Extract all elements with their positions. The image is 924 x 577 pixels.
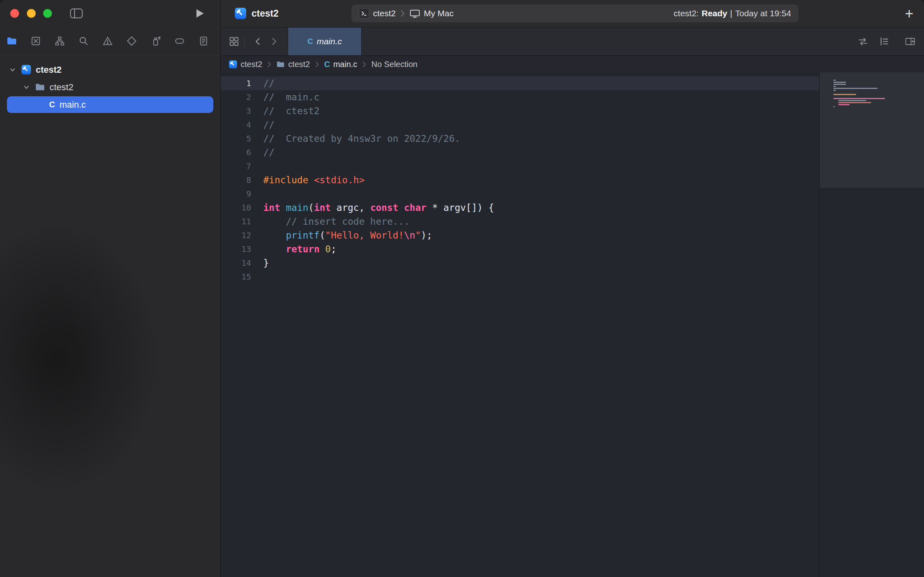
tree-row-main-c[interactable]: C main.c [7,96,213,113]
code-text: return 0; [263,242,336,256]
breadcrumb-selection[interactable]: No Selection [371,60,417,69]
forward-button[interactable] [269,28,279,55]
code-text: // main.c [263,90,319,104]
xcode-project-icon [234,7,247,20]
breadcrumb-project[interactable]: ctest2 [229,60,262,69]
scheme-destination-label[interactable]: My Mac [424,9,454,18]
project-navigator-icon[interactable] [7,36,17,46]
scheme-status-bar[interactable]: ctest2 My Mac ctest2: Ready | Today at 1… [351,4,798,22]
code-line[interactable]: 9 [221,187,819,201]
tree-item-label: ctest2 [50,82,74,93]
source-control-navigator-icon[interactable] [30,36,41,46]
code-line[interactable]: 15 [221,270,819,284]
code-text: // [263,145,275,159]
code-lines: 1//2// main.c3// ctest24//5// Created by… [221,76,819,284]
minimap-line [833,84,846,85]
status-time: Today at 19:54 [735,9,791,18]
c-file-icon: C [308,37,313,46]
report-navigator-icon[interactable] [198,36,209,46]
code-text: int main(int argc, const char * argv[]) … [263,201,494,215]
editor-tab-bar: C main.c [221,28,924,56]
breadcrumb-label: main.c [333,60,357,69]
minimap-line [833,88,878,89]
tree-row-project-ctest2[interactable]: ctest2 [0,61,220,78]
back-button[interactable] [253,28,263,55]
toolbar: ctest2 ctest2 My Mac ctest2: [221,0,924,28]
tree-row-group-ctest2[interactable]: ctest2 [0,78,220,96]
minimap-line [838,102,871,103]
main-area: ctest2 ctest2 My Mac ctest2: [221,0,924,577]
chevron-right-icon [362,61,366,68]
code-text: printf("Hello, World!\n"); [263,228,432,242]
tab-main-c[interactable]: C main.c [288,28,362,55]
disclosure-chevron-icon[interactable] [9,66,16,74]
status-separator: | [730,9,732,18]
code-line[interactable]: 8#include <stdio.h> [221,173,819,187]
status-state: Ready [702,9,727,18]
minimap-line [833,86,836,87]
editor-options-icon[interactable] [879,28,889,55]
code-line[interactable]: 11 // insert code here... [221,215,819,228]
line-number: 6 [221,145,259,159]
activity-status[interactable]: ctest2: Ready | Today at 19:54 [674,9,791,18]
code-text: } [263,256,269,270]
code-text: #include <stdio.h> [263,173,364,187]
test-navigator-icon[interactable] [126,36,137,46]
tree-item-label: ctest2 [36,65,62,75]
code-line[interactable]: 2// main.c [221,90,819,104]
line-number: 15 [221,270,259,284]
scheme-selector[interactable]: ctest2 My Mac [359,8,454,19]
run-button[interactable] [194,8,205,19]
minimap[interactable] [819,72,924,577]
folder-icon [35,82,45,92]
status-project: ctest2: [674,9,699,18]
debug-navigator-icon[interactable] [150,36,161,46]
code-line[interactable]: 3// ctest2 [221,104,819,118]
code-text: // [263,76,275,90]
code-editor[interactable]: 1//2// main.c3// ctest24//5// Created by… [221,72,819,577]
minimap-lines [833,80,885,110]
find-navigator-icon[interactable] [78,36,89,46]
xcode-project-icon [21,65,31,75]
minimap-line [838,100,866,101]
minimap-line [833,80,836,81]
breadcrumb-file[interactable]: C main.c [324,60,357,69]
tab-label: main.c [317,37,342,46]
breadcrumb-group[interactable]: ctest2 [276,60,310,69]
code-line[interactable]: 4// [221,118,819,132]
line-number: 7 [221,159,259,173]
code-text: // ctest2 [263,104,319,118]
zoom-window-button[interactable] [43,9,52,18]
code-line[interactable]: 13 return 0; [221,242,819,256]
sidebar-toggle-icon [70,8,83,19]
issue-navigator-icon[interactable] [102,36,113,46]
code-line[interactable]: 12 printf("Hello, World!\n"); [221,228,819,242]
add-button[interactable]: + [905,0,913,27]
line-number: 4 [221,118,259,132]
code-line[interactable]: 5// Created by 4nsw3r on 2022/9/26. [221,132,819,145]
symbol-navigator-icon[interactable] [54,36,65,46]
sidebar-shadow [0,219,163,496]
code-line[interactable]: 7 [221,159,819,173]
line-number: 3 [221,104,259,118]
code-review-icon[interactable] [858,28,868,55]
close-window-button[interactable] [10,9,19,18]
minimap-line [833,90,836,91]
code-text: // [263,118,275,132]
line-number: 14 [221,256,259,270]
code-line[interactable]: 10int main(int argc, const char * argv[]… [221,201,819,215]
line-number: 10 [221,201,259,215]
code-line[interactable]: 1// [221,76,819,90]
code-line[interactable]: 6// [221,145,819,159]
scheme-target-label[interactable]: ctest2 [373,9,396,18]
breakpoint-navigator-icon[interactable] [174,36,185,46]
toggle-sidebar-button[interactable] [70,8,83,19]
related-items-icon[interactable] [229,28,239,55]
disclosure-chevron-icon[interactable] [23,84,30,91]
minimize-window-button[interactable] [27,9,36,18]
minimap-line [833,106,835,107]
add-editor-icon[interactable] [905,28,915,55]
tree-item-label: main.c [59,100,86,110]
line-number: 5 [221,132,259,145]
code-line[interactable]: 14} [221,256,819,270]
